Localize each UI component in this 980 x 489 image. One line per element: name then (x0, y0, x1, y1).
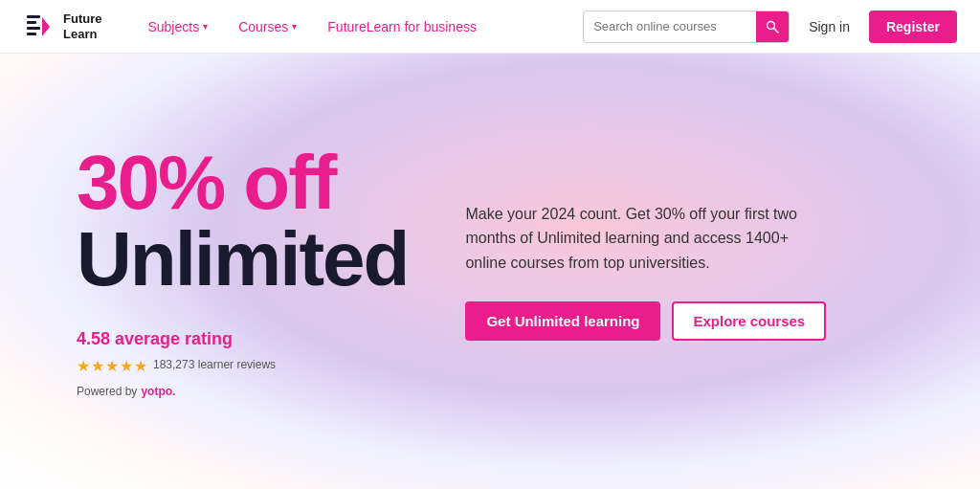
star-2: ★ (91, 357, 104, 375)
search-icon (766, 20, 779, 33)
logo-text-wrap: Future Learn (63, 11, 101, 41)
search-wrap (583, 11, 790, 43)
logo-line1: Future (63, 11, 101, 27)
hero-right: Make your 2024 count. Get 30% off your f… (465, 202, 829, 342)
search-button[interactable] (756, 11, 789, 43)
futurelearn-logo-icon (23, 10, 57, 44)
reviews-text: 183,273 learner reviews (153, 358, 276, 373)
business-label: FutureLearn for business (327, 19, 477, 34)
hero-section: 30% off Unlimited 4.58 average rating ★ … (0, 54, 980, 489)
stars: ★ ★ ★ ★ ★ (77, 357, 147, 375)
signin-button[interactable]: Sign in (797, 11, 861, 43)
star-4: ★ (120, 357, 133, 375)
svg-rect-2 (27, 21, 36, 24)
nav-courses[interactable]: Courses ▾ (223, 0, 312, 54)
search-input[interactable] (584, 19, 756, 33)
courses-chevron-icon: ▾ (292, 21, 297, 32)
nav-business[interactable]: FutureLearn for business (312, 0, 492, 54)
rating-section: 4.58 average rating ★ ★ ★ ★ ★ 183,273 le… (77, 328, 408, 397)
logo[interactable]: Future Learn (23, 10, 101, 44)
hero-content: 30% off Unlimited 4.58 average rating ★ … (0, 144, 980, 397)
hero-description: Make your 2024 count. Get 30% off your f… (465, 202, 829, 276)
navbar: Future Learn Subjects ▾ Courses ▾ Future… (0, 0, 980, 54)
register-button[interactable]: Register (869, 11, 957, 43)
star-3: ★ (105, 357, 119, 375)
star-1: ★ (77, 357, 90, 375)
explore-courses-button[interactable]: Explore courses (672, 301, 826, 341)
subjects-chevron-icon: ▾ (203, 21, 208, 32)
svg-rect-1 (27, 15, 40, 18)
nav-links: Subjects ▾ Courses ▾ FutureLearn for bus… (132, 0, 583, 54)
hero-headline-pink: 30% off (77, 144, 408, 221)
hero-buttons: Get Unlimited learning Explore courses (465, 301, 829, 341)
svg-line-7 (774, 28, 779, 33)
stars-row: ★ ★ ★ ★ ★ 183,273 learner reviews (77, 357, 408, 375)
nav-subjects[interactable]: Subjects ▾ (132, 0, 223, 54)
powered-row: Powered by yotpo. (77, 385, 408, 398)
courses-label: Courses (238, 19, 288, 34)
get-unlimited-button[interactable]: Get Unlimited learning (465, 301, 660, 341)
svg-rect-3 (27, 27, 40, 30)
subjects-label: Subjects (147, 19, 199, 34)
reviewers-count: 183,273 (153, 358, 194, 371)
hero-headline-dark: Unlimited (77, 221, 408, 298)
svg-rect-4 (27, 33, 36, 35)
nav-right: Sign in Register (583, 11, 957, 43)
star-half: ★ (134, 357, 147, 375)
yotpo-link[interactable]: yotpo. (141, 385, 175, 398)
reviewers-suffix: learner reviews (198, 358, 276, 371)
rating-number: 4.58 average rating (77, 328, 408, 350)
logo-line2: Learn (63, 27, 101, 42)
powered-by-text: Powered by (77, 385, 137, 398)
hero-left: 30% off Unlimited 4.58 average rating ★ … (77, 144, 408, 397)
